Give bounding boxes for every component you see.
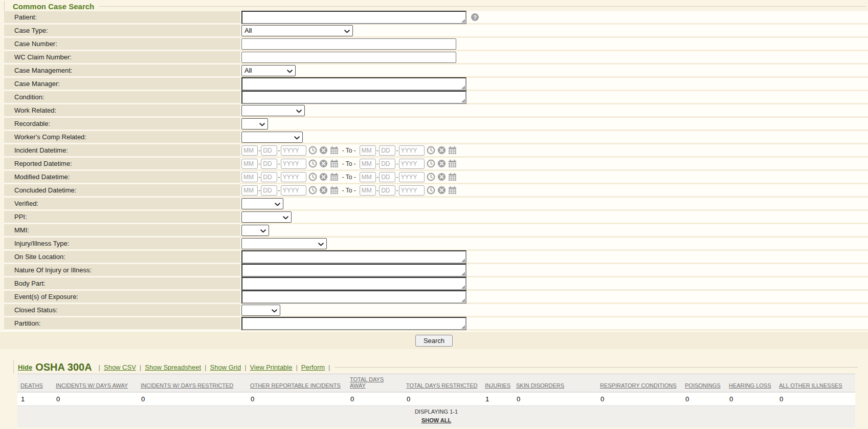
incident_datetime-to-mm-input[interactable] <box>360 145 376 156</box>
clear-date-icon[interactable] <box>437 159 446 168</box>
work_related-select[interactable] <box>241 105 305 116</box>
recordable-select[interactable] <box>241 118 268 130</box>
column-header-other-reportable-incidents[interactable]: OTHER REPORTABLE INCIDENTS <box>247 374 347 393</box>
clear-date-icon[interactable] <box>319 186 328 195</box>
modified_datetime-to-mm-input[interactable] <box>360 172 376 182</box>
clear-date-icon[interactable] <box>319 159 328 168</box>
show-csv-link[interactable]: Show CSV <box>104 363 136 371</box>
column-header-poisonings[interactable]: POISONINGS <box>682 374 726 393</box>
condition-field[interactable] <box>241 91 466 104</box>
resize-grip-icon[interactable] <box>461 19 465 23</box>
modified_datetime-from-yyyy-input[interactable] <box>281 172 306 182</box>
calendar-icon[interactable] <box>330 173 339 181</box>
reported_datetime-from-mm-input[interactable] <box>241 159 258 169</box>
incident_datetime-to-dd-input[interactable] <box>379 145 395 156</box>
perform-link[interactable]: Perform <box>301 363 325 371</box>
clear-date-icon[interactable] <box>437 146 446 155</box>
clock-icon[interactable] <box>308 186 317 195</box>
column-header-incidents-w-days-away[interactable]: INCIDENTS W/ DAYS AWAY <box>53 374 138 393</box>
calendar-icon[interactable] <box>330 146 339 155</box>
case_manager-field[interactable] <box>241 77 466 91</box>
ppi-select[interactable] <box>241 211 292 223</box>
clear-date-icon[interactable] <box>437 186 446 195</box>
concluded_datetime-to-date-group: -- <box>360 185 457 196</box>
case_management-select[interactable]: All <box>241 65 296 76</box>
resize-grip-icon[interactable] <box>461 259 465 262</box>
resize-grip-icon[interactable] <box>461 99 465 102</box>
resize-grip-icon[interactable] <box>461 298 465 302</box>
show-grid-link[interactable]: Show Grid <box>210 363 241 371</box>
partition-field[interactable] <box>241 317 466 330</box>
view-printable-link[interactable]: View Printable <box>250 363 293 371</box>
patient-field[interactable] <box>241 11 466 24</box>
reported_datetime-from-yyyy-input[interactable] <box>281 159 306 169</box>
calendar-icon[interactable] <box>448 159 457 168</box>
hide-link[interactable]: Hide <box>18 363 32 371</box>
clear-date-icon[interactable] <box>319 173 328 181</box>
incident_datetime-from-mm-input[interactable] <box>241 145 258 156</box>
incident_datetime-from-dd-input[interactable] <box>261 145 277 156</box>
column-header-total-days-away[interactable]: TOTAL DAYS AWAY <box>347 374 403 393</box>
clock-icon[interactable] <box>427 146 435 155</box>
column-header-incidents-w-days-restricted[interactable]: INCIDENTS W/ DAYS RESTRICTED <box>138 374 247 393</box>
calendar-icon[interactable] <box>330 186 339 195</box>
events_of_exposure-field[interactable] <box>241 290 466 304</box>
clock-icon[interactable] <box>427 186 435 195</box>
calendar-icon[interactable] <box>448 146 457 155</box>
mmi-select[interactable] <box>241 225 269 236</box>
case_number-input[interactable] <box>241 38 456 50</box>
modified_datetime-from-dd-input[interactable] <box>261 172 277 182</box>
modified_datetime-to-dd-input[interactable] <box>379 172 395 182</box>
incident_datetime-from-yyyy-input[interactable] <box>281 145 306 156</box>
nature_of_injury-field[interactable] <box>241 264 466 277</box>
injury_illness_type-select[interactable] <box>241 238 327 249</box>
osha-legend: Hide OSHA 300A |Show CSV|Show Spreadshee… <box>13 360 868 374</box>
reported_datetime-to-yyyy-input[interactable] <box>399 159 425 169</box>
modified_datetime-control-cell: --- To --- <box>240 171 868 184</box>
clear-date-icon[interactable] <box>319 146 328 155</box>
show-all-link[interactable]: SHOW ALL <box>421 417 451 423</box>
concluded_datetime-to-yyyy-input[interactable] <box>399 185 425 196</box>
column-header-skin-disorders[interactable]: SKIN DISORDERS <box>513 374 597 393</box>
column-header-hearing-loss[interactable]: HEARING LOSS <box>726 374 776 393</box>
resize-grip-icon[interactable] <box>461 85 465 89</box>
modified_datetime-to-yyyy-input[interactable] <box>399 172 425 182</box>
reported_datetime-to-dd-input[interactable] <box>379 159 395 169</box>
case_type-select[interactable]: All <box>241 25 353 36</box>
clear-date-icon[interactable] <box>437 173 446 181</box>
clock-icon[interactable] <box>308 146 317 155</box>
column-header-total-days-restricted[interactable]: TOTAL DAYS RESTRICTED <box>403 374 482 393</box>
column-header-all-other-illnesses[interactable]: ALL OTHER ILLNESSES <box>776 374 855 393</box>
body_part-field[interactable] <box>241 277 466 290</box>
column-header-injuries[interactable]: INJURIES <box>482 374 513 393</box>
verified-select[interactable] <box>241 198 283 209</box>
calendar-icon[interactable] <box>448 173 457 181</box>
calendar-icon[interactable] <box>448 186 457 195</box>
modified_datetime-from-mm-input[interactable] <box>241 172 258 182</box>
resize-grip-icon[interactable] <box>461 285 465 289</box>
concluded_datetime-from-dd-input[interactable] <box>261 185 277 196</box>
calendar-icon[interactable] <box>330 159 339 168</box>
workers_comp_related-select[interactable] <box>241 132 303 143</box>
clock-icon[interactable] <box>308 159 317 168</box>
concluded_datetime-from-yyyy-input[interactable] <box>281 185 306 196</box>
concluded_datetime-from-mm-input[interactable] <box>241 185 258 196</box>
help-icon[interactable]: ? <box>471 13 479 21</box>
resize-grip-icon[interactable] <box>461 272 465 275</box>
clock-icon[interactable] <box>308 173 317 181</box>
reported_datetime-to-mm-input[interactable] <box>360 159 376 169</box>
search-button[interactable]: Search <box>415 335 453 347</box>
resize-grip-icon[interactable] <box>461 325 465 329</box>
closed_status-select[interactable] <box>241 305 280 316</box>
wc_claim_number-input[interactable] <box>241 52 456 63</box>
show-spreadsheet-link[interactable]: Show Spreadsheet <box>145 363 201 371</box>
concluded_datetime-to-dd-input[interactable] <box>379 185 395 196</box>
clock-icon[interactable] <box>427 159 435 168</box>
column-header-respiratory-conditions[interactable]: RESPIRATORY CONDITIONS <box>597 374 682 393</box>
concluded_datetime-to-mm-input[interactable] <box>360 185 376 196</box>
clock-icon[interactable] <box>427 173 435 181</box>
on_site_location-field[interactable] <box>241 250 466 264</box>
incident_datetime-to-yyyy-input[interactable] <box>399 145 425 156</box>
column-header-deaths[interactable]: DEATHS <box>17 374 53 393</box>
reported_datetime-from-dd-input[interactable] <box>261 159 277 169</box>
